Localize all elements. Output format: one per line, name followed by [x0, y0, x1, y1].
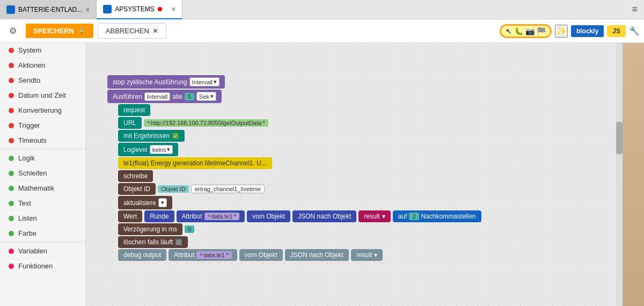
sidebar-item-text[interactable]: Text [0, 196, 85, 211]
block-mit-ergebnissen[interactable]: mit Ergebnissen ✓ [118, 130, 185, 142]
block-wert-row: Wert Runde Attribut ❝ data.te1 ❞ vom Obj… [118, 210, 481, 222]
save-button[interactable]: SPEICHERN 🔒 [26, 24, 93, 38]
sidebar-label-trigger: Trigger [18, 121, 40, 129]
checkbox-loschen[interactable] [175, 238, 182, 246]
sidebar-item-timeouts[interactable]: Timeouts [0, 133, 85, 148]
cancel-button[interactable]: ABBRECHEN ✕ [98, 23, 166, 39]
block-verzogerung-row: Verzögerung in ms 0 [118, 223, 481, 235]
block-auf[interactable]: auf 2 Nachkommastellen [393, 210, 481, 222]
sidebar-label-farbe: Farbe [18, 229, 36, 237]
checkbox-mit-ergebnissen[interactable]: ✓ [172, 132, 179, 140]
tabs-menu-icon[interactable]: ≡ [632, 4, 644, 15]
block-verzogerung[interactable]: Verzögerung in ms [118, 223, 182, 235]
block-attribut2[interactable]: Attribut ❝ data.te1 ❞ [169, 249, 237, 261]
block-loschen[interactable]: löschen falls läuft [118, 236, 188, 248]
aktualisiere-select[interactable]: ▾ [158, 198, 167, 207]
wert-label: Wert [123, 213, 137, 220]
objekt-id-input[interactable]: ertrag_channel1_livetime [191, 185, 265, 193]
stop-label: stop zyklische Ausführung [113, 78, 187, 86]
block-objekt-id[interactable]: Objekt ID [118, 183, 156, 195]
attribut-label: Attribut [182, 213, 202, 220]
vom-objekt2-label: vom Objekt [245, 251, 277, 259]
sidebar-item-system[interactable]: System [0, 43, 85, 58]
data-te1-string2[interactable]: ❝ data.te1 ❞ [196, 251, 232, 259]
block-attribut[interactable]: Attribut ❝ data.te1 ❞ [177, 210, 245, 222]
settings-button[interactable]: ⚙ [4, 23, 21, 40]
tab-batterie[interactable]: BATTERIE-ENTLAD... × [0, 0, 97, 19]
canvas-scrollbar[interactable] [616, 43, 623, 306]
block-schreibe[interactable]: schreibe [118, 170, 153, 182]
sidebar-item-logik[interactable]: Logik [0, 151, 85, 166]
block-vom-objekt2[interactable]: vom Objekt [239, 249, 283, 261]
sparkle-button[interactable]: ✨ [555, 25, 568, 38]
block-json-nach-objekt2[interactable]: JSON nach Objekt [285, 249, 349, 261]
block-result[interactable]: result ▾ [358, 210, 390, 222]
camera-icon: 📷 [525, 27, 535, 35]
js-button[interactable]: JS [607, 25, 626, 37]
tab-apsystems[interactable]: APSYSTEMS × [97, 0, 182, 19]
sidebar-item-sendto[interactable]: Sendto [0, 73, 85, 88]
tab-batterie-close[interactable]: × [85, 6, 90, 13]
block-te1[interactable]: te1(float) Energy generation lifetimeCha… [118, 157, 272, 169]
block-wert[interactable]: Wert [118, 210, 142, 222]
sidebar-item-farbe[interactable]: Farbe [0, 226, 85, 241]
block-stop[interactable]: stop zyklische Ausführung Intervall ▾ [107, 75, 225, 89]
sidebar-dot-aktionen [9, 63, 14, 68]
interval-select[interactable]: Intervall ▾ [189, 77, 220, 86]
sek-select[interactable]: Sek ▾ [196, 92, 216, 101]
result2-label: result [356, 251, 372, 259]
sidebar-item-datum[interactable]: Datum und Zeit [0, 88, 85, 103]
sidebar-item-schleifen[interactable]: Schleifen [0, 166, 85, 181]
sidebar-item-mathematik[interactable]: Mathematik [0, 181, 85, 196]
tab-apsystems-badge [158, 7, 162, 11]
main-layout: System Aktionen Sendto Datum und Zeit Ko… [0, 43, 644, 306]
blockly-button[interactable]: blockly [571, 25, 604, 37]
objekt-id-label: Objekt ID [123, 185, 150, 193]
url-string-block[interactable]: ❝ http://192.168.100.71:8050/getOutputDa… [144, 119, 268, 127]
sidebar-label-text: Text [18, 199, 31, 207]
block-ausfuhren[interactable]: Ausführen Intervall alle 5 Sek ▾ [107, 90, 222, 103]
scrollbar-thumb[interactable] [616, 122, 623, 154]
sidebar-item-trigger[interactable]: Trigger [0, 118, 85, 133]
sidebar-item-funktionen[interactable]: Funktionen [0, 259, 85, 274]
sidebar-dot-variablen [9, 249, 14, 254]
block-request[interactable]: request [118, 104, 150, 116]
sidebar-item-variablen[interactable]: Variablen [0, 244, 85, 259]
block-runde[interactable]: Runde [144, 210, 174, 222]
flag-icon: 🏁 [537, 27, 546, 35]
sidebar-item-konvertierung[interactable]: Konvertierung [0, 103, 85, 118]
sidebar-item-aktionen[interactable]: Aktionen [0, 58, 85, 73]
tab-apsystems-close[interactable]: × [171, 5, 175, 13]
sidebar-item-listen[interactable]: Listen [0, 211, 85, 226]
block-aktualisiere[interactable]: aktualisiere ▾ [118, 196, 172, 209]
block-te1-row: te1(float) Energy generation lifetimeCha… [118, 157, 481, 169]
block-debug[interactable]: debug output [118, 249, 166, 261]
canvas-area[interactable]: stop zyklische Ausführung Intervall ▾ Au… [86, 43, 623, 306]
block-result2[interactable]: result ▾ [351, 249, 383, 261]
sidebar-divider-1 [0, 149, 85, 150]
block-debug-row: debug output Attribut ❝ data.te1 ❞ vom O… [118, 249, 481, 261]
block-loglevel[interactable]: Loglevel keins ▾ [118, 143, 178, 156]
objekt-id-block[interactable]: Objekt ID [158, 185, 189, 193]
toolbar: ⚙ SPEICHERN 🔒 ABBRECHEN ✕ ↖ 🐛 📷 🏁 ✨ bloc… [0, 19, 644, 43]
block-vom-objekt[interactable]: vom Objekt [247, 210, 290, 222]
lock-icon: 🔒 [77, 27, 86, 35]
wrench-button[interactable]: 🔧 [629, 26, 640, 36]
data-te1-string[interactable]: ❝ data.te1 ❞ [204, 213, 240, 220]
round-number[interactable]: 2 [409, 213, 419, 220]
block-json-nach-objekt[interactable]: JSON nach Objekt [292, 210, 356, 222]
keins-select[interactable]: keins ▾ [150, 145, 173, 154]
objekt-id-prefix: Objekt ID [161, 186, 186, 192]
interval-number[interactable]: 5 [185, 93, 194, 100]
save-label: SPEICHERN [33, 27, 74, 35]
sidebar-label-konvertierung: Konvertierung [18, 106, 62, 114]
schreibe-label: schreibe [123, 172, 148, 180]
block-url[interactable]: URL [118, 117, 142, 129]
interval-select2[interactable]: Intervall [144, 92, 171, 101]
tab-batterie-icon [6, 5, 15, 14]
sidebar-dot-text [9, 201, 14, 206]
auf-label: auf [398, 213, 407, 220]
sidebar-dot-mathematik [9, 186, 14, 191]
vom-objekt-label: vom Objekt [252, 213, 285, 220]
verzogerung-value[interactable]: 0 [185, 225, 194, 233]
